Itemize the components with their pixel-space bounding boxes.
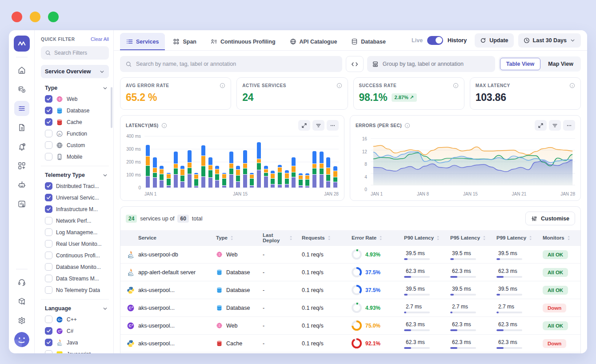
latency-bar[interactable] <box>320 152 324 188</box>
nav-services-icon[interactable] <box>14 101 29 116</box>
latency-bar[interactable] <box>146 145 150 188</box>
filter-section-type[interactable]: Type <box>41 82 109 94</box>
column-header-last-deploy[interactable]: Last Deploy <box>258 232 297 243</box>
live-history-toggle[interactable] <box>427 36 443 45</box>
service-cell[interactable]: C#aks-userpool... <box>120 304 212 312</box>
filter-item-network-perf-[interactable]: Network Perf... <box>45 217 109 224</box>
latency-bar[interactable] <box>194 173 198 188</box>
filter-item-web[interactable]: Web <box>45 95 109 103</box>
filter-chart-button[interactable] <box>549 120 561 131</box>
info-icon[interactable] <box>404 123 410 128</box>
sort-icon[interactable] <box>483 236 486 240</box>
sort-icon[interactable] <box>529 236 532 240</box>
filter-item-mobile[interactable]: Mobile <box>45 153 109 160</box>
table-row[interactable]: C#aks-userpool...Web-0.1 req/s75.0%62.3 … <box>120 316 580 334</box>
latency-bar[interactable] <box>326 157 330 188</box>
clear-all-link[interactable]: Clear All <box>91 36 109 42</box>
nav-sessions-icon[interactable] <box>14 196 29 212</box>
table-row[interactable]: app-alert-default serverDatabase-0.1 req… <box>120 263 580 281</box>
service-cell[interactable]: aks-userpool... <box>120 340 212 348</box>
table-row[interactable]: aks-userpool...Cache-0.1 req/s92.1%62.3 … <box>120 334 580 352</box>
latency-bar[interactable] <box>292 157 296 188</box>
latency-bar[interactable] <box>257 142 261 188</box>
info-icon[interactable] <box>336 83 342 88</box>
latency-bar[interactable] <box>222 173 226 188</box>
checkbox[interactable] <box>45 130 52 137</box>
checkbox[interactable] <box>45 194 52 201</box>
filter-search-input[interactable] <box>54 50 105 56</box>
checkbox[interactable] <box>45 205 52 213</box>
filter-item-database[interactable]: Database <box>45 107 109 114</box>
checkbox[interactable] <box>45 252 52 259</box>
latency-bar[interactable] <box>278 165 282 188</box>
filter-item-data-streams-m-[interactable]: Data Streams M... <box>45 275 109 282</box>
filter-item-java[interactable]: Java <box>45 339 109 346</box>
column-header-error-rate[interactable]: Error Rate <box>347 235 400 240</box>
column-header-p99-latency[interactable]: P99 Latency <box>492 235 538 240</box>
nav-integrations-icon[interactable] <box>14 158 29 173</box>
latency-bar[interactable] <box>312 151 316 188</box>
latency-bar[interactable] <box>215 166 219 188</box>
column-header-monitors[interactable]: Monitors <box>538 235 580 240</box>
zoom-window-button[interactable] <box>48 12 59 22</box>
latency-bar[interactable] <box>167 173 171 188</box>
info-icon[interactable] <box>569 83 575 88</box>
column-header-p95-latency[interactable]: P95 Latency <box>446 235 492 240</box>
update-button[interactable]: Update <box>475 33 513 48</box>
nav-releases-icon[interactable] <box>14 294 29 309</box>
user-avatar[interactable] <box>14 332 29 347</box>
info-icon[interactable] <box>161 123 167 128</box>
service-search-input[interactable] <box>136 61 337 67</box>
checkbox[interactable] <box>45 263 52 271</box>
filter-item-no-telemetry-data[interactable]: No Telemetry Data <box>45 286 109 294</box>
checkbox[interactable] <box>45 141 52 149</box>
nav-infrastructure-icon[interactable] <box>14 82 29 97</box>
chart-more-button[interactable] <box>327 120 339 131</box>
filter-item-function[interactable]: fxFunction <box>45 130 109 137</box>
tab-api-catalogue[interactable]: API Catalogue <box>284 33 344 50</box>
latency-bar[interactable] <box>250 173 254 188</box>
service-cell[interactable]: app-alert-default server <box>120 268 212 276</box>
nav-support-icon[interactable] <box>14 275 29 290</box>
sort-icon[interactable] <box>567 236 571 240</box>
service-cell[interactable]: aks-userpool... <box>120 286 212 294</box>
latency-bar[interactable] <box>305 173 309 188</box>
group-by-box[interactable] <box>367 56 495 72</box>
checkbox[interactable] <box>45 95 52 103</box>
errors-line-plot[interactable] <box>371 136 575 188</box>
minimize-window-button[interactable] <box>30 12 40 22</box>
filter-item-c-[interactable]: C++C++ <box>45 316 109 323</box>
checkbox[interactable] <box>45 118 52 126</box>
latency-bar[interactable] <box>264 166 268 188</box>
nav-ai-assistant-icon[interactable] <box>14 177 29 192</box>
nav-home-icon[interactable] <box>14 63 29 78</box>
latency-bar[interactable] <box>153 157 157 188</box>
checkbox[interactable] <box>45 182 52 190</box>
sort-icon[interactable] <box>328 236 331 240</box>
table-row[interactable]: aks-userpool...Web-0.1 req/s75.0%62.3 ms… <box>120 352 580 353</box>
tab-services[interactable]: Services <box>120 33 165 50</box>
latency-bar[interactable] <box>271 171 275 188</box>
checkbox[interactable] <box>45 240 52 248</box>
filter-item-cache[interactable]: Cache <box>45 118 109 126</box>
filter-item-javascript[interactable]: JSJavascript <box>45 350 109 353</box>
checkbox[interactable] <box>45 275 52 282</box>
latency-bar-plot[interactable] <box>144 136 339 188</box>
filter-item-log-manageme-[interactable]: Log Manageme... <box>45 228 109 236</box>
info-icon[interactable] <box>453 83 459 88</box>
nav-alerts-icon[interactable] <box>14 139 29 154</box>
checkbox[interactable] <box>45 107 52 114</box>
checkbox[interactable] <box>45 286 52 294</box>
filter-item-distributed-traci-[interactable]: Distributed Traci... <box>45 182 109 190</box>
sort-icon[interactable] <box>230 236 234 240</box>
table-row[interactable]: C#aks-userpool...Database-0.1 req/s4.93%… <box>120 299 580 316</box>
sort-icon[interactable] <box>436 236 440 240</box>
latency-bar[interactable] <box>160 166 164 188</box>
filter-section-telemetry-type[interactable]: Telemetry Type <box>41 169 109 181</box>
service-search-box[interactable] <box>120 56 342 72</box>
latency-bar[interactable] <box>285 170 289 188</box>
latency-bar[interactable] <box>174 152 178 188</box>
latency-bar[interactable] <box>236 166 240 188</box>
table-row[interactable]: aks-userpool-dbWeb-0.1 req/s4.93%39.5 ms… <box>120 245 580 263</box>
latency-bar[interactable] <box>333 166 337 188</box>
